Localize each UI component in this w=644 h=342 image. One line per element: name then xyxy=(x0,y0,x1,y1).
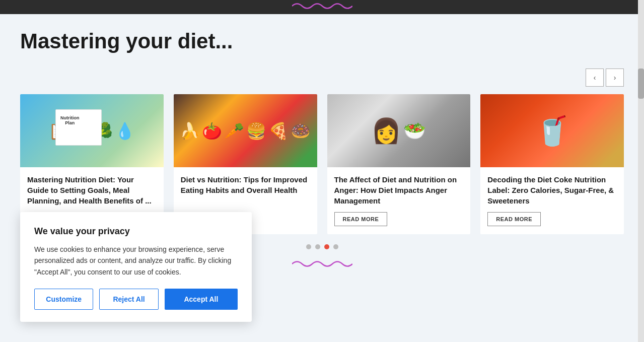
card-1-title: Mastering Nutrition Diet: Your Guide to … xyxy=(27,174,157,206)
card-2-title: Diet vs Nutrition: Tips for Improved Eat… xyxy=(181,174,310,195)
carousel-navigation: ‹ › xyxy=(20,69,624,87)
carousel-dot-0[interactable] xyxy=(306,244,311,249)
section-title: Mastering your diet... xyxy=(20,29,624,53)
cookie-banner-title: We value your privacy xyxy=(34,226,238,237)
carousel-next-button[interactable]: › xyxy=(606,69,624,87)
card-4-read-more-button[interactable]: READ MORE xyxy=(487,212,541,226)
card-3-image: 👩🥗 xyxy=(327,94,471,167)
top-wave-decoration xyxy=(292,1,352,14)
card-3-read-more-button[interactable]: READ MORE xyxy=(334,212,388,226)
card-2-image: 🍌🍅🥕🍔🍕🍩 xyxy=(174,94,317,167)
cookie-reject-button[interactable]: Reject All xyxy=(99,289,158,310)
carousel-prev-button[interactable]: ‹ xyxy=(586,69,604,87)
cookie-consent-banner: We value your privacy We use cookies to … xyxy=(20,212,252,322)
card-2-body: Diet vs Nutrition: Tips for Improved Eat… xyxy=(174,167,317,210)
card-3-body: The Affect of Diet and Nutrition on Ange… xyxy=(327,167,471,234)
cookie-accept-button[interactable]: Accept All xyxy=(165,289,238,310)
carousel-dot-2[interactable] xyxy=(324,244,329,249)
card-4-title: Decoding the Diet Coke Nutrition Label: … xyxy=(487,174,617,206)
cookie-customize-button[interactable]: Customize xyxy=(34,289,93,310)
scrollbar[interactable] xyxy=(638,0,644,342)
scrollbar-thumb[interactable] xyxy=(638,69,644,99)
card-4-cola-icons: 🥤 xyxy=(480,94,624,167)
top-bar xyxy=(0,0,644,14)
card-4-image: 🥤 xyxy=(480,94,624,167)
card-3-title: The Affect of Diet and Nutrition on Ange… xyxy=(334,174,464,206)
carousel-dot-1[interactable] xyxy=(315,244,320,249)
card-2-food-icons: 🍌🍅🥕🍔🍕🍩 xyxy=(174,94,317,167)
card-4-body: Decoding the Diet Coke Nutrition Label: … xyxy=(480,167,624,234)
card-4[interactable]: 🥤 Decoding the Diet Coke Nutrition Label… xyxy=(480,94,624,234)
carousel-dot-3[interactable] xyxy=(333,244,338,249)
card-3[interactable]: 👩🥗 The Affect of Diet and Nutrition on A… xyxy=(327,94,471,234)
cookie-banner-buttons: Customize Reject All Accept All xyxy=(34,289,238,310)
card-1-food-icons: 📋🥗🥦💧 xyxy=(20,94,164,167)
cookie-banner-text: We use cookies to enhance your browsing … xyxy=(34,244,238,278)
card-3-person-icons: 👩🥗 xyxy=(327,94,471,167)
card-1-image: 📋🥗🥦💧 xyxy=(20,94,164,167)
